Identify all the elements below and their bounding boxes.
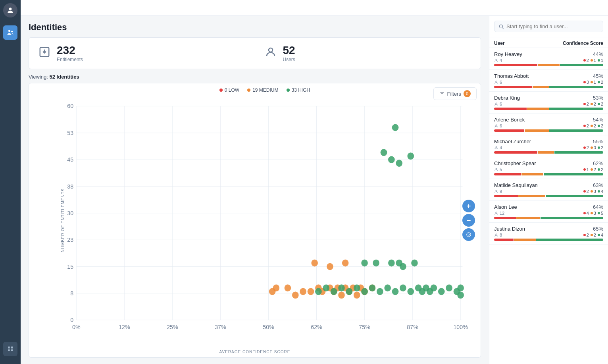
bar-segment <box>494 239 514 241</box>
scatter-dot[interactable] <box>354 291 360 299</box>
user-count: 6 <box>494 102 502 106</box>
svg-text:0%: 0% <box>72 324 81 331</box>
scatter-dot[interactable] <box>315 288 322 295</box>
chart-toolbar: Filters 0 <box>433 87 477 100</box>
scatter-dot[interactable] <box>311 260 318 267</box>
user-name: Debra King <box>494 95 520 101</box>
scatter-dot[interactable] <box>381 149 387 156</box>
dot-item: 2 <box>598 80 603 85</box>
user-name: Thomas Abbott <box>494 73 529 79</box>
scatter-dot[interactable] <box>308 288 314 295</box>
scatter-dot[interactable] <box>384 285 391 292</box>
scatter-dot[interactable] <box>373 260 379 267</box>
user-item[interactable]: Arlene Borick 54% 6 2 2 2 <box>489 114 608 135</box>
scatter-plot: 60 53 45 38 30 23 15 8 0 0% 12% 25% <box>53 96 477 338</box>
y-axis-label: NUMBER OF ENTITLEMENTS <box>61 189 65 252</box>
scatter-dot[interactable] <box>457 291 464 299</box>
user-dots: 2 2 4 <box>583 233 603 237</box>
scatter-dot[interactable] <box>377 288 383 295</box>
svg-text:75%: 75% <box>359 324 370 331</box>
scatter-dot[interactable] <box>392 124 399 131</box>
scatter-dot[interactable] <box>273 285 280 292</box>
dot-item: 4 <box>598 233 603 237</box>
scatter-dot[interactable] <box>369 285 376 292</box>
chart-container: Filters 0 0 LOW 19 MEDIUM <box>29 83 481 358</box>
confidence-dot <box>598 234 600 236</box>
bar-segment <box>525 129 548 132</box>
user-item[interactable]: Matilde Saquilayan 63% 9 2 3 4 <box>489 179 608 201</box>
scatter-dot[interactable] <box>411 260 418 267</box>
scatter-dot[interactable] <box>392 288 399 295</box>
sidebar-grid-icon[interactable] <box>3 342 17 356</box>
scatter-dot[interactable] <box>300 288 306 295</box>
zoom-in-button[interactable]: + <box>462 200 475 212</box>
scatter-dot[interactable] <box>446 285 452 292</box>
scatter-dot[interactable] <box>338 285 345 292</box>
confidence-dot <box>598 212 600 214</box>
zoom-reset-button[interactable] <box>462 228 475 241</box>
user-item[interactable]: Thomas Abbott 45% 6 3 1 2 <box>489 70 608 92</box>
user-name: Matilde Saquilayan <box>494 182 538 188</box>
scatter-dot[interactable] <box>285 285 291 292</box>
search-input[interactable] <box>506 23 599 29</box>
bar-segment <box>533 86 549 88</box>
user-meta: 4 2 1 1 <box>494 58 603 63</box>
scatter-dot[interactable] <box>400 263 406 270</box>
search-box <box>489 16 608 37</box>
user-meta: 4 2 0 2 <box>494 145 603 150</box>
scatter-dot[interactable] <box>457 285 464 292</box>
svg-text:25%: 25% <box>167 324 178 331</box>
confidence-dot <box>583 146 586 149</box>
user-item[interactable]: Justina Dizon 65% 8 2 2 4 <box>489 223 608 245</box>
scatter-dot[interactable] <box>400 285 406 292</box>
user-dots: 4 3 5 <box>583 211 603 216</box>
user-item[interactable]: Michael Zurcher 55% 4 2 0 2 <box>489 135 608 157</box>
dot-item: 2 <box>583 123 589 128</box>
user-count: 5 <box>494 167 502 172</box>
user-list-header: User Confidence Score <box>489 37 608 48</box>
user-item[interactable]: Roy Heavey 44% 4 2 1 1 <box>489 48 608 70</box>
user-dots: 2 2 2 <box>583 102 603 106</box>
scatter-dot[interactable] <box>431 285 437 292</box>
zoom-out-button[interactable]: − <box>462 214 475 227</box>
scatter-dot[interactable] <box>407 152 414 160</box>
scatter-dot[interactable] <box>388 156 395 163</box>
scatter-dot[interactable] <box>361 260 368 267</box>
svg-rect-4 <box>11 347 13 349</box>
dot-item: 2 <box>583 102 589 106</box>
sidebar-item-identities[interactable] <box>3 25 17 40</box>
scatter-dot[interactable] <box>438 288 445 295</box>
scatter-dot[interactable] <box>327 263 333 270</box>
user-item[interactable]: Debra King 53% 6 2 2 2 <box>489 92 608 114</box>
user-top-row: Arlene Borick 54% <box>494 117 603 123</box>
confidence-bar <box>494 173 603 175</box>
scatter-dot[interactable] <box>354 285 360 292</box>
svg-point-61 <box>496 234 497 235</box>
user-meta: 6 2 2 2 <box>494 123 603 128</box>
scatter-dot[interactable] <box>388 260 395 267</box>
confidence-dot <box>583 103 586 105</box>
user-item[interactable]: Alson Lee 64% 12 4 3 5 <box>489 201 608 223</box>
user-name: Alson Lee <box>494 204 517 210</box>
scatter-dot[interactable] <box>292 291 299 299</box>
user-name: Roy Heavey <box>494 51 522 57</box>
svg-text:8: 8 <box>70 290 73 297</box>
scatter-dot[interactable] <box>361 288 368 295</box>
scatter-dot[interactable] <box>342 260 349 267</box>
user-top-row: Roy Heavey 44% <box>494 51 603 57</box>
filter-button[interactable]: Filters 0 <box>433 87 477 100</box>
search-input-wrap[interactable] <box>494 21 603 32</box>
user-item[interactable]: Christopher Spear 62% 5 1 2 2 <box>489 157 608 179</box>
scatter-dot[interactable] <box>396 160 402 167</box>
bar-segment <box>514 239 536 241</box>
confidence-dot <box>591 146 593 149</box>
entitlements-number: 232 <box>57 44 83 57</box>
scatter-dot[interactable] <box>346 288 353 295</box>
bar-segment <box>494 108 527 110</box>
scatter-dot[interactable] <box>338 291 345 299</box>
scatter-dot[interactable] <box>331 288 337 295</box>
user-avatar[interactable] <box>3 3 17 17</box>
scatter-dot[interactable] <box>407 288 414 295</box>
scatter-dot[interactable] <box>323 285 329 292</box>
bar-segment <box>549 129 604 132</box>
